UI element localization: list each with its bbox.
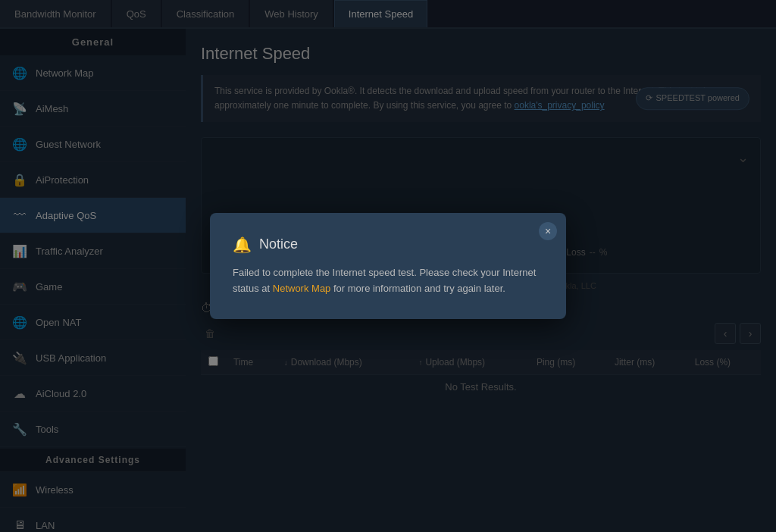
modal-title-text: Notice <box>259 236 298 252</box>
modal-title: 🔔 Notice <box>233 236 543 254</box>
modal-body: Failed to complete the Internet speed te… <box>233 265 543 297</box>
notice-modal: × 🔔 Notice Failed to complete the Intern… <box>210 213 566 320</box>
network-map-link[interactable]: Network Map <box>273 283 331 294</box>
bell-icon: 🔔 <box>233 236 252 254</box>
modal-body-suffix: for more information and try again later… <box>333 283 505 294</box>
modal-close-button[interactable]: × <box>539 222 557 240</box>
modal-overlay[interactable]: × 🔔 Notice Failed to complete the Intern… <box>0 0 776 532</box>
